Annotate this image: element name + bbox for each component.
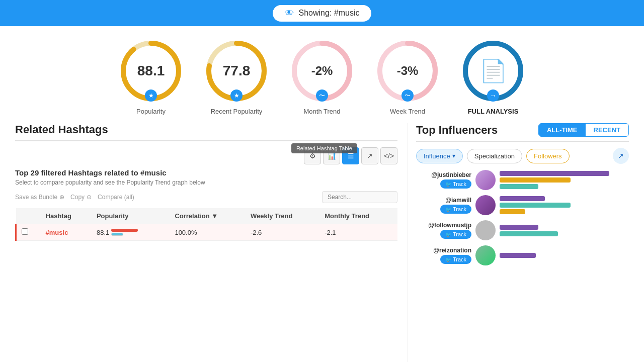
row-hashtag-cell: #music (41, 224, 92, 241)
influencer-info: @justinbieber Track (416, 171, 471, 189)
week-trend-circle: -3% 〜 (375, 38, 440, 104)
hashtag-table: Hashtag Popularity Correlation ▼ Weekly … (15, 208, 397, 241)
chart-btn[interactable]: 📊 (323, 147, 340, 164)
table-btn[interactable]: ☰ (342, 147, 359, 164)
right-panel: Top Influencers ALL-TIME RECENT Influenc… (408, 123, 629, 362)
avatar (475, 195, 496, 215)
avatar (475, 245, 496, 265)
related-hashtags-title: Related Hashtags (15, 123, 397, 141)
influence-bar (500, 196, 545, 201)
specialization-bar (500, 231, 558, 236)
track-button[interactable]: Track (440, 179, 471, 189)
influencer-handle: @justinbieber (421, 171, 471, 178)
influencer-handle: @followmustjp (421, 222, 471, 229)
row-checkbox[interactable] (22, 228, 28, 235)
bars-group (500, 196, 629, 214)
row-monthly-cell: -2.1 (319, 224, 397, 241)
followers-bar (500, 209, 525, 214)
eye-icon: 👁 (285, 8, 294, 19)
popularity-circle: 88.1 ★ (118, 38, 184, 104)
week-trend-value: -3% (397, 65, 419, 77)
influencer-info: @iamwill Track (416, 197, 471, 214)
copy-label: Copy (70, 194, 85, 201)
full-analysis-icon: 📄 (479, 60, 507, 82)
recent-popularity-badge: ★ (230, 89, 243, 102)
col-popularity: Popularity (92, 208, 170, 224)
stat-month-trend: -2% 〜 Month Trend (289, 38, 355, 115)
embed-btn[interactable]: </> (380, 147, 397, 164)
month-trend-badge: 〜 (316, 89, 328, 102)
avatar (475, 220, 496, 240)
share-icon: ↗ (618, 152, 624, 160)
specialization-bar (500, 177, 571, 183)
col-hashtag: Hashtag (41, 208, 92, 224)
recent-popularity-label: Recent Popularity (211, 108, 263, 115)
toolbar: Related Hashtag Table ⚙ 📊 ☰ ↗ </> (15, 147, 397, 164)
track-button[interactable]: Track (440, 205, 471, 214)
filter-row: Influence ▾ Specialization Followers ↗ (416, 148, 629, 164)
tab-recent[interactable]: RECENT (586, 124, 628, 136)
showing-label: Showing: #music (299, 9, 360, 18)
hashtag-search-input[interactable] (322, 191, 397, 203)
full-analysis-badge: → (487, 89, 499, 102)
influencer-row: @iamwill Track (416, 195, 629, 215)
filter-specialization-btn[interactable]: Specialization (467, 149, 522, 163)
save-bundle-label: Save as Bundle (15, 194, 57, 201)
left-panel: Related Hashtags Related Hashtag Table ⚙… (15, 123, 408, 362)
copy-icon: ⊙ (87, 194, 92, 201)
filter-btn[interactable]: ⚙ (304, 147, 321, 164)
col-weekly-trend: Weekly Trend (246, 208, 319, 224)
track-button[interactable]: Track (440, 230, 471, 239)
col-checkbox (16, 208, 41, 224)
recent-popularity-circle: 77.8 ★ (204, 38, 269, 104)
month-trend-circle: -2% 〜 (289, 38, 355, 104)
influencer-info: @followmustjp Track (416, 222, 471, 239)
hashtag-subtitle: Select to compare popularity and see the… (15, 179, 397, 186)
month-trend-label: Month Trend (304, 108, 341, 115)
hashtag-link[interactable]: #music (46, 229, 68, 236)
compare-all-btn[interactable]: Compare (all) (98, 194, 134, 201)
track-button[interactable]: Track (440, 255, 471, 264)
influence-bar (500, 171, 609, 176)
week-trend-label: Week Trend (390, 108, 425, 115)
row-weekly-cell: -2.6 (246, 224, 319, 241)
track-label: Track (453, 206, 466, 212)
save-icon: ⊕ (59, 194, 64, 201)
table-row: #music 88.1 100.0% -2.6 -2.1 (16, 224, 398, 241)
influencer-info: @reizonation Track (416, 247, 471, 264)
track-label: Track (453, 231, 466, 237)
row-popularity-cell: 88.1 (92, 224, 170, 241)
full-analysis-circle[interactable]: 📄 → (460, 38, 526, 104)
influencer-row: @followmustjp Track (416, 220, 629, 240)
chevron-down-icon: ▾ (452, 152, 455, 159)
copy-btn[interactable]: Copy ⊙ (70, 194, 92, 201)
filter-influence-btn[interactable]: Influence ▾ (416, 149, 463, 163)
filter-followers-btn[interactable]: Followers (526, 149, 570, 163)
filter-influence-label: Influence (424, 152, 450, 160)
influencer-row: @justinbieber Track (416, 170, 629, 190)
followers-bar (500, 184, 538, 189)
influencer-row: @reizonation Track (416, 245, 629, 265)
recent-popularity-value: 77.8 (223, 64, 251, 78)
time-tabs: ALL-TIME RECENT (538, 123, 629, 137)
tab-all-time[interactable]: ALL-TIME (539, 124, 586, 136)
stat-week-trend: -3% 〜 Week Trend (375, 38, 440, 115)
action-row: Save as Bundle ⊕ Copy ⊙ Compare (all) (15, 191, 397, 203)
stat-popularity: 88.1 ★ Popularity (118, 38, 184, 115)
stat-full-analysis[interactable]: 📄 → FULL ANALYSIS (460, 38, 526, 115)
showing-pill: 👁 Showing: #music (273, 5, 372, 22)
popularity-label: Popularity (136, 108, 166, 115)
influencer-handle: @iamwill (421, 197, 471, 204)
avatar (475, 170, 496, 190)
top-bar: 👁 Showing: #music (0, 0, 644, 26)
share-icon-btn[interactable]: ↗ (361, 147, 378, 164)
col-correlation[interactable]: Correlation ▼ (170, 208, 246, 224)
row-checkbox-cell (16, 224, 41, 241)
top-influencers-title: Top Influencers (416, 124, 498, 137)
track-label: Track (453, 181, 466, 187)
save-bundle-btn[interactable]: Save as Bundle ⊕ (15, 194, 64, 201)
row-correlation-cell: 100.0% (170, 224, 246, 241)
specialization-bar (500, 203, 571, 208)
month-trend-value: -2% (311, 65, 333, 77)
share-button[interactable]: ↗ (613, 148, 629, 164)
